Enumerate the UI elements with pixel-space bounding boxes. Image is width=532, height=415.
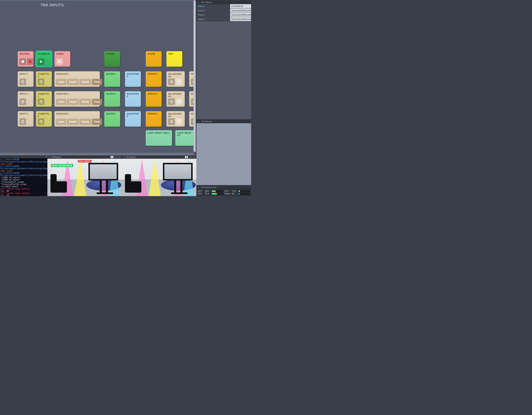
block-vignette6[interactable]: VIGNETTE 6 — [36, 111, 52, 127]
preview-btn-a[interactable] — [115, 156, 118, 158]
block-billboard5a[interactable]: BILLBOARD 5A — [166, 91, 185, 107]
monitor-studio-button[interactable]: Studio — [79, 119, 91, 125]
preview-btn-b[interactable] — [118, 156, 121, 158]
property-value[interactable]: Documents\Recordings\Kunde_ — [230, 13, 251, 17]
grip-icon[interactable] — [48, 156, 50, 159]
preview-scene[interactable] — [122, 159, 196, 196]
cpu-bar — [238, 190, 250, 192]
fps-value: 25.0 — [205, 193, 210, 195]
stop-icon[interactable] — [19, 58, 26, 65]
grip-icon[interactable] — [123, 156, 124, 159]
svg-line-33 — [178, 103, 178, 103]
property-row[interactable]: Input 3Documents\Recordings\Raw_00 — [196, 17, 251, 21]
property-row[interactable]: NamePLAYBACK — [196, 4, 251, 9]
property-value[interactable]: Documents\Recordings\Raw_00 — [230, 17, 251, 21]
block-adjuster6[interactable]: ADJUSTER 6 — [125, 111, 141, 127]
block-input6[interactable]: INPUT 6 — [18, 111, 34, 127]
canvas-area[interactable]: TRK INPUTS RECORD PLAYBACK AUDIO STUDIO … — [0, 0, 196, 156]
block-adjuster4[interactable]: ADJUSTER 4 — [125, 71, 141, 87]
block-vignette5[interactable]: VIGNETTE 5 — [36, 91, 52, 107]
panel-title: Dashboard — [201, 120, 212, 123]
canvas-hscrollbar[interactable] — [0, 153, 193, 156]
block-audio[interactable]: AUDIO — [54, 51, 70, 67]
preview-scene[interactable]: EDIT MODE PLAY 123 00:59:49 — [48, 159, 122, 196]
property-row[interactable]: Input 1\ocuments\Recordings\Raw_00: — [196, 9, 251, 13]
preview-btn-a[interactable] — [189, 156, 192, 158]
power-icon[interactable] — [38, 79, 44, 85]
pin-values-header[interactable]: Pin Values — [196, 0, 251, 4]
label: AUDIO — [56, 53, 68, 55]
svg-line-34 — [180, 100, 180, 101]
chevron-icon — [198, 1, 200, 3]
vmem-bar — [238, 193, 250, 195]
monitor-input-button[interactable]: Input — [56, 99, 66, 105]
block-studio[interactable]: STUDIO — [104, 51, 120, 67]
power-icon[interactable] — [19, 79, 26, 85]
power-icon[interactable] — [168, 98, 175, 105]
dashboard-body[interactable] — [196, 123, 251, 193]
monitor-final-button[interactable]: Final — [92, 99, 102, 105]
block-keyer6[interactable]: KEYER 6 — [104, 111, 120, 127]
block-record[interactable]: RECORD — [18, 51, 34, 67]
processor-load-header[interactable]: ProcessorLoad — [196, 185, 251, 189]
light-icon[interactable] — [176, 118, 182, 125]
label: INPUT 5 — [19, 93, 32, 95]
block-keyer5[interactable]: KEYER 5 — [104, 91, 120, 107]
block-monitor4[interactable]: MONITOR 4 Input Keyed Studio Final — [54, 71, 100, 87]
label: HDR — [168, 53, 180, 55]
power-icon[interactable] — [38, 118, 44, 125]
dashboard-header[interactable]: Dashboard — [196, 119, 251, 123]
power-icon[interactable] — [38, 98, 44, 105]
block-origin5[interactable]: ORIGIN 5 — [146, 91, 162, 107]
record-icon[interactable] — [27, 58, 33, 65]
power-icon[interactable] — [19, 98, 26, 105]
block-input4[interactable]: INPUT 4 — [18, 71, 34, 87]
block-origin4[interactable]: ORIGIN 4 — [146, 71, 162, 87]
monitor-keyed-button[interactable]: Keyed — [67, 79, 79, 85]
monitor-input-button[interactable]: Input — [56, 119, 66, 125]
block-scene[interactable]: SCENE — [146, 51, 162, 67]
monitor-final-button[interactable]: Final — [92, 119, 102, 125]
block-monitor5[interactable]: MONITOR 5 Input Keyed Studio Final — [54, 91, 100, 107]
property-value[interactable]: PLAYBACK — [230, 4, 251, 8]
svg-rect-21 — [23, 100, 23, 102]
block-hdr[interactable]: HDR — [166, 51, 182, 67]
svg-marker-2 — [40, 60, 42, 63]
light-icon[interactable] — [176, 79, 182, 85]
monitor-studio-button[interactable]: Studio — [79, 79, 91, 85]
block-origin6[interactable]: ORIGIN 6 — [146, 111, 162, 127]
chevron-icon[interactable] — [124, 155, 127, 159]
block-input5[interactable]: INPUT 5 — [18, 91, 34, 107]
power-icon[interactable] — [168, 118, 175, 125]
play-icon[interactable] — [38, 58, 44, 65]
close-icon[interactable]: × — [46, 156, 47, 158]
block-lightwrap5[interactable]: LIGHT WRAP CA — [175, 130, 195, 146]
property-value[interactable]: \ocuments\Recordings\Raw_00: — [230, 9, 251, 12]
block-adjuster5[interactable]: ADJUSTER 5 — [125, 91, 141, 107]
monitor-input-button[interactable]: Input — [56, 79, 66, 85]
monitor-keyed-button[interactable]: Keyed — [67, 119, 79, 125]
power-icon[interactable] — [168, 79, 175, 85]
light-icon[interactable] — [176, 98, 182, 105]
chevron-icon[interactable] — [50, 155, 52, 159]
monitor-studio-button[interactable]: Studio — [79, 99, 91, 105]
property-row[interactable]: Input 2Documents\Recordings\Kunde_ — [196, 13, 251, 17]
preview-btn-b[interactable] — [193, 156, 196, 158]
log-panel[interactable]: × e C:\Users\AXIM-PC1\Documents\Aximmetr… — [0, 156, 48, 196]
block-monitor6[interactable]: MONITOR 6 Input Keyed Studio Final — [54, 111, 100, 127]
block-playback[interactable]: PLAYBACK — [36, 51, 52, 67]
power-icon[interactable] — [19, 118, 26, 125]
block-keyer4[interactable]: KEYER 4 — [104, 71, 120, 87]
label: KEYER 6 — [106, 113, 118, 115]
audio-icon[interactable] — [56, 58, 63, 65]
right-pane: Pin Values NamePLAYBACKInput 1\ocuments\… — [196, 0, 251, 196]
block-lightwrap4[interactable]: LIGHT WRAP CAM-4 — [146, 130, 172, 146]
block-billboard4a[interactable]: BILLBOARD 4A — [166, 71, 185, 87]
block-vignette4[interactable]: VIGNETTE 4 — [36, 71, 52, 87]
preview-number[interactable]: 2 — [185, 156, 188, 158]
block-billboard6a[interactable]: BILLBOARD 6A — [166, 111, 185, 127]
monitor-final-button[interactable]: Final — [92, 79, 102, 85]
preview-number[interactable]: 1 — [110, 156, 114, 158]
monitor-keyed-button[interactable]: Keyed — [67, 99, 79, 105]
log-line: '+CAM2_02.xdata" — [0, 176, 47, 179]
